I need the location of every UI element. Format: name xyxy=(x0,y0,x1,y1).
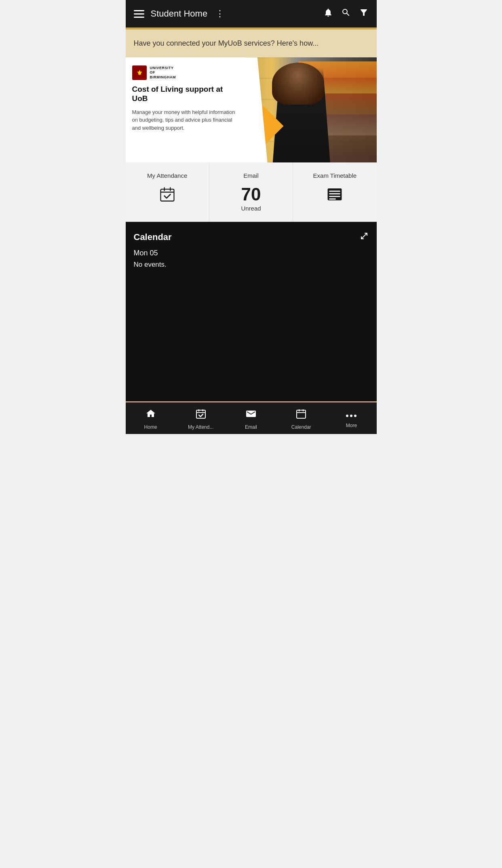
home-icon xyxy=(145,408,156,422)
nav-more-label: More xyxy=(346,423,357,428)
nav-attendance-icon xyxy=(195,408,207,422)
email-card[interactable]: Email 70 Unread xyxy=(209,162,293,221)
svg-point-22 xyxy=(350,415,352,417)
university-crest: ⚜ xyxy=(132,65,147,80)
calendar-no-events: No events. xyxy=(134,261,369,269)
filter-icon[interactable] xyxy=(359,8,369,20)
nav-calendar[interactable]: Calendar xyxy=(276,402,326,434)
svg-point-23 xyxy=(354,415,356,417)
svg-rect-17 xyxy=(297,410,306,418)
nav-attendance-label: My Attend... xyxy=(188,424,213,430)
exam-timetable-label: Exam Timetable xyxy=(313,172,357,179)
svg-rect-13 xyxy=(196,410,205,418)
university-logo: ⚜ UNIVERSITY OF BIRMINGHAM xyxy=(132,65,240,80)
nav-email[interactable]: Email xyxy=(226,402,276,434)
svg-rect-9 xyxy=(329,196,341,197)
nav-home-label: Home xyxy=(144,424,157,430)
exam-timetable-icon xyxy=(326,185,344,206)
nav-home[interactable]: Home xyxy=(126,402,176,434)
expand-calendar-icon[interactable] xyxy=(360,232,369,242)
attendance-label: My Attendance xyxy=(147,172,187,179)
svg-point-21 xyxy=(346,415,348,417)
svg-rect-10 xyxy=(329,198,336,200)
attendance-icon xyxy=(158,185,176,206)
email-label: Email xyxy=(243,172,259,179)
menu-icon[interactable] xyxy=(134,10,144,18)
nav-more[interactable]: More xyxy=(326,402,376,434)
banner-text: Have you connected your MyUoB services? … xyxy=(134,39,319,47)
svg-rect-7 xyxy=(329,191,341,192)
calendar-title: Calendar xyxy=(134,232,172,242)
nav-more-icon xyxy=(346,408,357,421)
nav-calendar-label: Calendar xyxy=(291,424,311,430)
header-left: Student Home ⋮ xyxy=(134,8,225,19)
header-right xyxy=(323,8,369,20)
bottom-navigation: Home My Attend... Email xyxy=(126,401,377,434)
feature-card[interactable]: ⚜ UNIVERSITY OF BIRMINGHAM Cost of Livin… xyxy=(126,57,377,162)
notifications-icon[interactable] xyxy=(323,8,333,20)
feature-title: Cost of Living support at UoB xyxy=(132,85,240,103)
university-name: UNIVERSITY OF BIRMINGHAM xyxy=(150,66,176,80)
svg-rect-2 xyxy=(160,189,174,201)
nav-email-icon xyxy=(245,408,257,422)
header-title: Student Home xyxy=(151,8,208,19)
svg-line-12 xyxy=(361,236,364,239)
nav-attendance[interactable]: My Attend... xyxy=(176,402,226,434)
exam-timetable-card[interactable]: Exam Timetable xyxy=(293,162,376,221)
feature-description: Manage your money with helpful informati… xyxy=(132,108,240,132)
myuob-banner[interactable]: Have you connected your MyUoB services? … xyxy=(126,29,377,57)
email-count: 70 xyxy=(241,185,261,203)
feature-card-image xyxy=(246,57,377,162)
calendar-section: Calendar Mon 05 No events. xyxy=(126,222,377,401)
svg-text:⚜: ⚜ xyxy=(137,70,142,76)
email-sublabel: Unread xyxy=(241,205,261,212)
quick-access-bar: My Attendance Email 70 Unread Exam Timet… xyxy=(126,162,377,222)
nav-calendar-icon xyxy=(295,408,307,422)
search-icon[interactable] xyxy=(341,8,351,20)
more-options-icon[interactable]: ⋮ xyxy=(215,8,224,19)
calendar-header: Calendar xyxy=(134,232,369,242)
feature-card-content: ⚜ UNIVERSITY OF BIRMINGHAM Cost of Livin… xyxy=(126,57,246,162)
attendance-card[interactable]: My Attendance xyxy=(126,162,209,221)
nav-email-label: Email xyxy=(245,424,257,430)
header: Student Home ⋮ xyxy=(126,0,377,27)
svg-line-11 xyxy=(364,233,367,236)
calendar-date: Mon 05 xyxy=(134,249,369,257)
svg-rect-8 xyxy=(329,193,341,194)
